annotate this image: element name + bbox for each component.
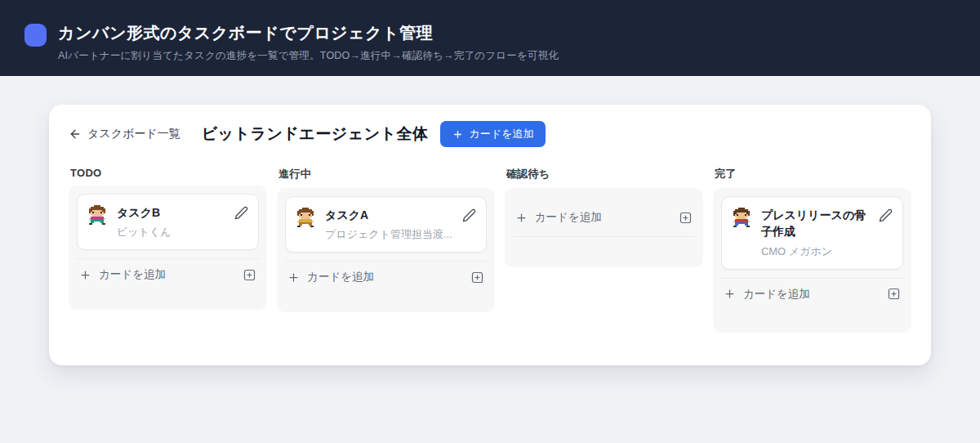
kanban-columns: TODO タスクB ビットくん [69,167,911,333]
kanban-board-panel: タスクボード一覧 ビットランドエージェント全体 カードを追加 TODO タスクB… [49,105,931,365]
column-add-card-row[interactable]: カードを追加 [513,210,695,237]
edit-task-button[interactable] [879,208,893,222]
pencil-icon [462,208,476,222]
add-card-row-label: カードを追加 [535,210,602,225]
app-logo-icon [24,24,47,47]
task-assignee: プロジェクト管理担当渡... [325,227,452,242]
plus-square-icon [887,287,901,301]
back-link-label: タスクボード一覧 [87,127,180,141]
column-add-card-row[interactable]: カードを追加 [285,261,487,284]
back-to-boards-link[interactable]: タスクボード一覧 [69,127,180,141]
edit-task-button[interactable] [234,206,248,220]
assignee-avatar [87,205,107,225]
plus-icon [724,288,736,300]
add-card-row-label: カードを追加 [99,267,166,282]
pencil-icon [234,206,248,220]
column-add-card-row[interactable]: カードを追加 [77,258,259,282]
column-in-progress-dropzone[interactable]: タスクA プロジェクト管理担当渡... カードを追加 [277,188,495,312]
task-title: プレスリリースの骨子作成 [761,207,869,240]
column-in-progress: 進行中 タスクA プロジェクト管理担当渡... [277,167,495,312]
task-assignee: CMO メガホン [761,244,869,259]
column-waiting-review-dropzone[interactable]: カードを追加 [505,188,703,267]
add-card-button[interactable]: カードを追加 [440,121,546,147]
add-card-button-label: カードを追加 [470,127,534,141]
board-header: タスクボード一覧 ビットランドエージェント全体 カードを追加 [69,121,911,147]
plus-square-icon [679,211,693,225]
column-todo-label: TODO [70,167,267,179]
task-title: タスクB [117,204,225,221]
plus-square-icon [470,271,484,284]
task-card[interactable]: タスクA プロジェクト管理担当渡... [285,196,487,253]
plus-icon [287,271,300,284]
task-card[interactable]: タスクB ビットくん [77,194,259,250]
task-assignee: ビットくん [117,225,225,239]
column-done-label: 完了 [715,167,911,181]
pencil-icon [879,208,893,222]
assignee-avatar [296,208,315,227]
column-waiting-review: 確認待ち カードを追加 [505,167,703,267]
task-title: タスクA [325,207,452,223]
column-todo-dropzone[interactable]: タスクB ビットくん カードを追加 [69,186,267,310]
task-card[interactable]: プレスリリースの骨子作成 CMO メガホン [721,196,903,270]
arrow-left-icon [69,128,82,141]
column-waiting-review-label: 確認待ち [506,167,703,181]
column-done: 完了 プレスリリースの骨子作成 CMO メガホン [713,167,911,333]
assignee-avatar [732,208,751,227]
plus-icon [515,212,528,224]
page-title: カンバン形式のタスクボードでプロジェクト管理 [58,22,559,43]
column-done-dropzone[interactable]: プレスリリースの骨子作成 CMO メガホン カードを追加 [713,188,911,333]
plus-icon [452,129,463,140]
edit-task-button[interactable] [462,208,476,222]
board-title: ビットランドエージェント全体 [202,123,429,145]
add-card-row-label: カードを追加 [743,287,810,302]
plus-square-icon [243,268,256,282]
page-subtitle: AIパートナーに割り当てたタスクの進捗を一覧で管理。TODO→進行中→確認待ち→… [58,49,559,63]
plus-icon [79,269,91,281]
app-header: カンバン形式のタスクボードでプロジェクト管理 AIパートナーに割り当てたタスクの… [0,0,980,76]
column-in-progress-label: 進行中 [278,167,495,181]
add-card-row-label: カードを追加 [307,270,374,284]
column-add-card-row[interactable]: カードを追加 [721,278,903,302]
column-todo: TODO タスクB ビットくん [69,167,267,310]
